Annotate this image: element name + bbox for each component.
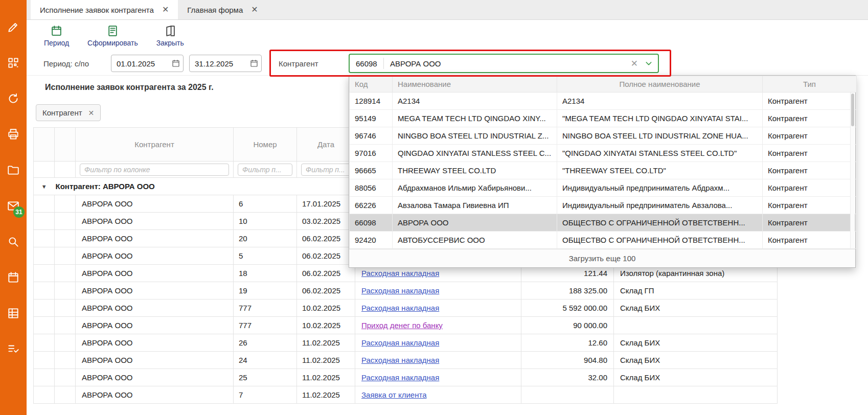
tab-bar: Исполнение заявок контрагента ✕ Главная … (27, 0, 868, 20)
chevron-down-icon[interactable] (645, 59, 658, 67)
filter-chip-counterparty[interactable]: Контрагент ✕ (36, 104, 101, 121)
document-link[interactable]: Заявка от клиента (361, 390, 426, 399)
tab-main-form[interactable]: Главная форма ✕ (178, 0, 267, 19)
document-link[interactable]: Расходная накладная (361, 356, 439, 364)
mail-icon[interactable]: 31 (7, 199, 20, 213)
generate-button[interactable]: Сформировать (87, 25, 138, 47)
number-column-filter-input[interactable] (238, 164, 292, 176)
counterparty-label: Контрагент (279, 59, 318, 67)
close-icon[interactable]: ✕ (162, 6, 169, 14)
column-header-date[interactable]: Дата (297, 128, 355, 162)
counterparty-column-filter-input[interactable] (80, 164, 229, 176)
table-row[interactable]: АВРОРА ООО 19 06.02.2025 Расходная накла… (34, 282, 778, 299)
table-row[interactable]: АВРОРА ООО 7 11.02.2025 Заявка от клиент… (34, 386, 778, 404)
counterparty-dropdown: Код Наименование Полное наименование Тип… (349, 75, 856, 268)
dropdown-column-code: Код (350, 76, 393, 93)
document-link[interactable]: Расходная накладная (361, 373, 439, 382)
table-row[interactable]: АВРОРА ООО 777 10.02.2025 Приход денег п… (34, 317, 778, 334)
dropdown-row[interactable]: 88056 Абдрахманов Ильмир Хабирьянови... … (350, 179, 857, 197)
pencil-icon[interactable] (7, 20, 20, 34)
counterparty-name-value: АВРОРА ООО (384, 59, 624, 68)
app-window: 31 Исполнение заявок контрагента ✕ Главн… (0, 0, 868, 415)
dropdown-table: Код Наименование Полное наименование Тип… (349, 76, 857, 249)
dropdown-row[interactable]: 95149 MEGA TEAM TECH LTD QINGDAO XINY...… (350, 110, 857, 127)
close-icon[interactable]: ✕ (251, 6, 258, 14)
counterparty-code-value: 66098 (350, 59, 383, 68)
clear-icon[interactable]: ✕ (624, 58, 645, 69)
toolbar: Период Сформировать Закрыть (27, 20, 868, 51)
dropdown-column-name: Наименование (393, 76, 557, 93)
scrollbar-thumb[interactable] (851, 94, 854, 126)
document-link[interactable]: Расходная накладная (361, 269, 439, 278)
document-link[interactable]: Расходная накладная (361, 304, 439, 312)
load-more-button[interactable]: Загрузить еще 100 (349, 249, 855, 267)
exit-door-icon (164, 25, 176, 37)
close-icon[interactable]: ✕ (88, 109, 95, 117)
column-header-counterparty[interactable]: Контрагент (76, 128, 234, 162)
printer-icon[interactable] (7, 128, 20, 141)
checklist-icon[interactable] (7, 342, 20, 356)
document-link[interactable]: Приход денег по банку (361, 321, 443, 330)
date-from-field[interactable] (111, 55, 184, 72)
tab-report-label: Исполнение заявок контрагента (40, 6, 154, 14)
dropdown-row[interactable]: 97016 QINGDAO XINYATAI STANLESS STEEL C.… (350, 145, 857, 162)
period-button[interactable]: Период (44, 25, 69, 47)
date-to-field[interactable] (189, 55, 262, 72)
calendar-icon[interactable] (169, 59, 183, 68)
spreadsheet-icon[interactable] (7, 307, 20, 320)
mail-badge: 31 (13, 206, 25, 218)
tab-report[interactable]: Исполнение заявок контрагента ✕ (31, 0, 178, 19)
sidebar: 31 (0, 0, 27, 415)
tab-main-form-label: Главная форма (187, 6, 243, 14)
dropdown-row[interactable]: 96665 THREEWAY STEEL CO.LTD "THREEWAY ST… (350, 162, 857, 179)
close-report-button-label: Закрыть (156, 39, 184, 47)
dropdown-column-type: Тип (763, 76, 857, 93)
calendar-icon[interactable] (247, 59, 261, 68)
search-icon[interactable] (7, 235, 20, 248)
dropdown-scrollbar[interactable] (850, 93, 855, 248)
qr-code-icon[interactable] (7, 56, 20, 70)
calendar-icon (50, 25, 63, 37)
dropdown-row[interactable]: 128914 A2134 A2134 Контрагент (350, 93, 857, 110)
table-row[interactable]: АВРОРА ООО 24 11.02.2025 Расходная накла… (34, 352, 778, 369)
date-column-filter-input[interactable] (301, 164, 351, 176)
collapse-arrow-icon[interactable]: ▼ (34, 178, 55, 195)
close-report-button[interactable]: Закрыть (156, 25, 184, 47)
report-icon (106, 25, 119, 37)
table-row[interactable]: АВРОРА ООО 777 10.02.2025 Расходная накл… (34, 299, 778, 317)
document-link[interactable]: Расходная накладная (361, 338, 439, 347)
document-link[interactable]: Расходная накладная (361, 286, 439, 295)
dropdown-row[interactable]: 96746 NINGBO BOA STEEL LTD INDUSTRIAL Z.… (350, 127, 857, 145)
table-row[interactable]: АВРОРА ООО 25 11.02.2025 Расходная накла… (34, 369, 778, 386)
counterparty-combo[interactable]: 66098 АВРОРА ООО ✕ (349, 54, 659, 73)
dropdown-column-full-name: Полное наименование (557, 76, 763, 93)
column-header-number[interactable]: Номер (234, 128, 297, 162)
period-button-label: Период (44, 39, 69, 47)
filter-chip-label: Контрагент (42, 108, 82, 117)
dropdown-row[interactable]: 92420 АВТОБУССЕРВИС ООО ОБЩЕСТВО С ОГРАН… (350, 232, 857, 249)
table-row[interactable]: АВРОРА ООО 26 11.02.2025 Расходная накла… (34, 334, 778, 352)
dropdown-header-row: Код Наименование Полное наименование Тип (350, 76, 857, 93)
generate-button-label: Сформировать (87, 39, 138, 47)
date-from-input[interactable] (111, 59, 169, 68)
date-to-input[interactable] (190, 59, 247, 68)
dropdown-row[interactable]: 66226 Авзалова Тамара Гивиевна ИП Индиви… (350, 197, 857, 214)
refresh-icon[interactable] (7, 92, 20, 105)
calendar-icon[interactable] (7, 271, 20, 284)
folder-icon[interactable] (7, 164, 20, 177)
dropdown-row-selected[interactable]: 66098 АВРОРА ООО ОБЩЕСТВО С ОГРАНИЧЕННОЙ… (350, 214, 857, 232)
period-range-label: Период: с/по (43, 59, 89, 67)
filter-bar: Период: с/по Контрагент 66098 АВРОРА ООО… (27, 51, 868, 76)
